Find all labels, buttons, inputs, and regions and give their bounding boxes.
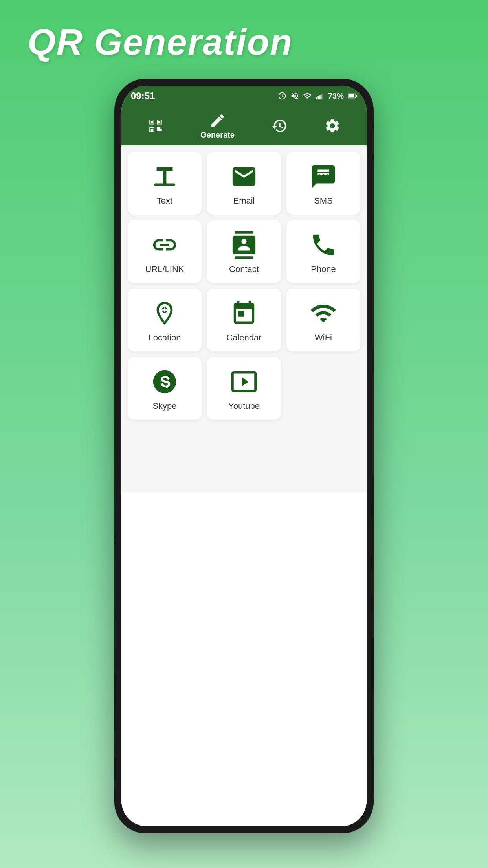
sms-label: SMS [314, 196, 333, 206]
toolbar-generate-label: Generate [200, 131, 235, 140]
contact-label: Contact [229, 264, 259, 274]
wifi-icon [310, 300, 337, 327]
bottom-space [121, 492, 367, 826]
toolbar-scan[interactable] [147, 118, 164, 134]
calendar-label: Calendar [226, 333, 261, 343]
calendar-icon [230, 300, 258, 327]
email-icon [230, 163, 258, 190]
settings-icon [324, 118, 341, 134]
grid-item-youtube[interactable]: Youtube [207, 357, 281, 420]
grid-item-url[interactable]: URL/LINK [128, 220, 202, 283]
url-label: URL/LINK [145, 264, 184, 274]
status-icons: 73% [278, 92, 357, 101]
battery-icon [348, 92, 357, 99]
phone-icon [310, 231, 337, 259]
history-icon [271, 118, 288, 134]
grid-item-location[interactable]: Location [128, 289, 202, 351]
grid-item-wifi[interactable]: WiFi [286, 289, 360, 351]
svg-rect-7 [154, 184, 175, 186]
qr-scan-icon [147, 118, 164, 134]
grid-item-contact[interactable]: Contact [207, 220, 281, 283]
location-label: Location [148, 333, 181, 343]
grid-item-calendar[interactable]: Calendar [207, 289, 281, 351]
status-bar: 09:51 73% [121, 86, 367, 106]
toolbar-settings[interactable] [324, 118, 341, 134]
page-title: QR Generation [0, 22, 293, 63]
text-icon [151, 163, 178, 190]
grid-item-phone[interactable]: Phone [286, 220, 360, 283]
phone-inner: 09:51 73% [121, 86, 367, 826]
status-time: 09:51 [131, 90, 155, 101]
grid-item-skype[interactable]: Skype [128, 357, 202, 420]
grid-item-text[interactable]: Text [128, 152, 202, 215]
mute-icon [290, 92, 299, 100]
wifi-status-icon [303, 92, 312, 100]
skype-label: Skype [152, 401, 176, 411]
svg-rect-0 [316, 97, 317, 100]
grid-content: Text Email SMS [121, 145, 367, 492]
svg-rect-2 [319, 95, 321, 99]
toolbar-generate[interactable]: Generate [200, 112, 235, 140]
toolbar: Generate [121, 106, 367, 145]
location-icon [151, 300, 178, 327]
svg-rect-6 [348, 94, 354, 97]
phone-label: Phone [311, 264, 336, 274]
svg-point-9 [322, 174, 325, 178]
grid-item-email[interactable]: Email [207, 152, 281, 215]
svg-rect-5 [356, 95, 357, 97]
battery-text: 73% [328, 92, 344, 101]
youtube-label: Youtube [228, 401, 260, 411]
grid-item-sms[interactable]: SMS [286, 152, 360, 215]
email-label: Email [233, 196, 255, 206]
svg-point-10 [326, 174, 329, 178]
sms-icon [310, 163, 337, 190]
pencil-icon [209, 112, 226, 129]
text-label: Text [157, 196, 172, 206]
signal-icon [316, 92, 324, 100]
wifi-label: WiFi [315, 333, 332, 343]
svg-rect-3 [321, 94, 323, 99]
skype-icon [151, 368, 178, 395]
youtube-icon [230, 368, 258, 395]
alarm-icon [278, 92, 286, 100]
svg-point-8 [317, 174, 321, 178]
contact-icon [230, 231, 258, 259]
svg-rect-1 [317, 96, 319, 99]
link-icon [151, 231, 178, 259]
toolbar-history[interactable] [271, 118, 288, 134]
svg-rect-13 [162, 309, 167, 311]
phone-frame: 09:51 73% [114, 79, 374, 833]
